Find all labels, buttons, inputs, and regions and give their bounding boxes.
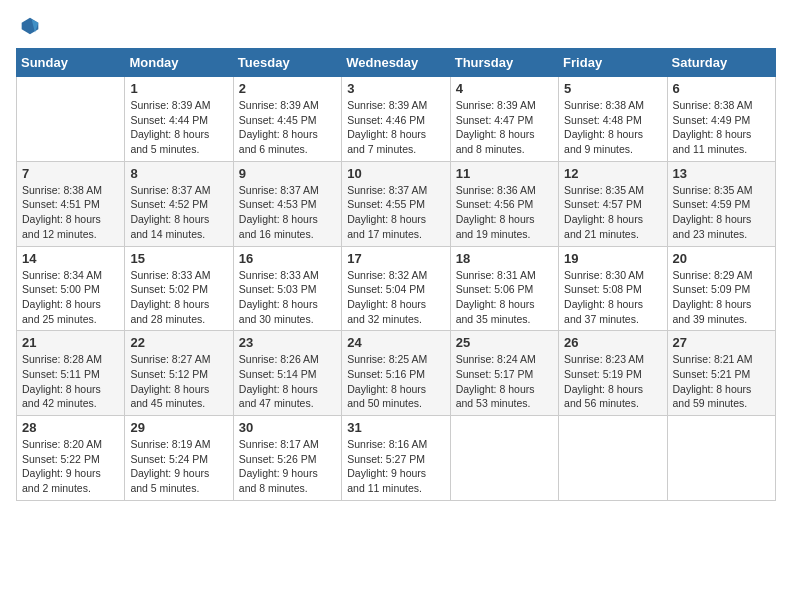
day-info: Sunrise: 8:31 AMSunset: 5:06 PMDaylight:… <box>456 268 553 327</box>
day-info: Sunrise: 8:26 AMSunset: 5:14 PMDaylight:… <box>239 352 336 411</box>
day-header-tuesday: Tuesday <box>233 49 341 77</box>
day-info: Sunrise: 8:32 AMSunset: 5:04 PMDaylight:… <box>347 268 444 327</box>
day-number: 11 <box>456 166 553 181</box>
day-info: Sunrise: 8:38 AMSunset: 4:48 PMDaylight:… <box>564 98 661 157</box>
calendar-cell: 12Sunrise: 8:35 AMSunset: 4:57 PMDayligh… <box>559 161 667 246</box>
day-info: Sunrise: 8:25 AMSunset: 5:16 PMDaylight:… <box>347 352 444 411</box>
day-info: Sunrise: 8:30 AMSunset: 5:08 PMDaylight:… <box>564 268 661 327</box>
day-number: 14 <box>22 251 119 266</box>
calendar-cell <box>450 416 558 501</box>
day-info: Sunrise: 8:39 AMSunset: 4:44 PMDaylight:… <box>130 98 227 157</box>
day-info: Sunrise: 8:37 AMSunset: 4:52 PMDaylight:… <box>130 183 227 242</box>
calendar-cell: 2Sunrise: 8:39 AMSunset: 4:45 PMDaylight… <box>233 77 341 162</box>
calendar-cell: 13Sunrise: 8:35 AMSunset: 4:59 PMDayligh… <box>667 161 775 246</box>
day-number: 26 <box>564 335 661 350</box>
day-info: Sunrise: 8:38 AMSunset: 4:49 PMDaylight:… <box>673 98 770 157</box>
calendar-cell: 1Sunrise: 8:39 AMSunset: 4:44 PMDaylight… <box>125 77 233 162</box>
calendar-week-row: 21Sunrise: 8:28 AMSunset: 5:11 PMDayligh… <box>17 331 776 416</box>
calendar-cell: 17Sunrise: 8:32 AMSunset: 5:04 PMDayligh… <box>342 246 450 331</box>
day-number: 1 <box>130 81 227 96</box>
calendar-week-row: 28Sunrise: 8:20 AMSunset: 5:22 PMDayligh… <box>17 416 776 501</box>
day-number: 23 <box>239 335 336 350</box>
day-info: Sunrise: 8:38 AMSunset: 4:51 PMDaylight:… <box>22 183 119 242</box>
calendar-cell: 31Sunrise: 8:16 AMSunset: 5:27 PMDayligh… <box>342 416 450 501</box>
day-number: 19 <box>564 251 661 266</box>
day-number: 6 <box>673 81 770 96</box>
calendar-cell: 9Sunrise: 8:37 AMSunset: 4:53 PMDaylight… <box>233 161 341 246</box>
day-number: 4 <box>456 81 553 96</box>
calendar-cell: 8Sunrise: 8:37 AMSunset: 4:52 PMDaylight… <box>125 161 233 246</box>
calendar-cell: 20Sunrise: 8:29 AMSunset: 5:09 PMDayligh… <box>667 246 775 331</box>
day-header-sunday: Sunday <box>17 49 125 77</box>
day-info: Sunrise: 8:24 AMSunset: 5:17 PMDaylight:… <box>456 352 553 411</box>
day-number: 10 <box>347 166 444 181</box>
day-number: 3 <box>347 81 444 96</box>
calendar-cell: 22Sunrise: 8:27 AMSunset: 5:12 PMDayligh… <box>125 331 233 416</box>
logo-icon <box>20 16 40 36</box>
day-info: Sunrise: 8:17 AMSunset: 5:26 PMDaylight:… <box>239 437 336 496</box>
page-header <box>16 16 776 36</box>
day-number: 28 <box>22 420 119 435</box>
calendar-cell: 23Sunrise: 8:26 AMSunset: 5:14 PMDayligh… <box>233 331 341 416</box>
day-number: 30 <box>239 420 336 435</box>
calendar-cell <box>17 77 125 162</box>
day-number: 24 <box>347 335 444 350</box>
calendar-cell: 5Sunrise: 8:38 AMSunset: 4:48 PMDaylight… <box>559 77 667 162</box>
day-header-thursday: Thursday <box>450 49 558 77</box>
day-number: 9 <box>239 166 336 181</box>
day-header-wednesday: Wednesday <box>342 49 450 77</box>
day-info: Sunrise: 8:29 AMSunset: 5:09 PMDaylight:… <box>673 268 770 327</box>
day-header-monday: Monday <box>125 49 233 77</box>
day-number: 2 <box>239 81 336 96</box>
day-header-saturday: Saturday <box>667 49 775 77</box>
calendar-cell: 16Sunrise: 8:33 AMSunset: 5:03 PMDayligh… <box>233 246 341 331</box>
calendar-week-row: 7Sunrise: 8:38 AMSunset: 4:51 PMDaylight… <box>17 161 776 246</box>
day-info: Sunrise: 8:35 AMSunset: 4:59 PMDaylight:… <box>673 183 770 242</box>
day-number: 5 <box>564 81 661 96</box>
day-number: 27 <box>673 335 770 350</box>
day-number: 8 <box>130 166 227 181</box>
day-number: 17 <box>347 251 444 266</box>
day-info: Sunrise: 8:21 AMSunset: 5:21 PMDaylight:… <box>673 352 770 411</box>
day-number: 16 <box>239 251 336 266</box>
calendar-cell: 15Sunrise: 8:33 AMSunset: 5:02 PMDayligh… <box>125 246 233 331</box>
calendar-cell: 6Sunrise: 8:38 AMSunset: 4:49 PMDaylight… <box>667 77 775 162</box>
calendar-cell <box>559 416 667 501</box>
day-number: 20 <box>673 251 770 266</box>
day-number: 29 <box>130 420 227 435</box>
day-number: 18 <box>456 251 553 266</box>
calendar-week-row: 1Sunrise: 8:39 AMSunset: 4:44 PMDaylight… <box>17 77 776 162</box>
calendar-cell: 4Sunrise: 8:39 AMSunset: 4:47 PMDaylight… <box>450 77 558 162</box>
calendar-cell: 30Sunrise: 8:17 AMSunset: 5:26 PMDayligh… <box>233 416 341 501</box>
calendar-cell: 19Sunrise: 8:30 AMSunset: 5:08 PMDayligh… <box>559 246 667 331</box>
day-number: 15 <box>130 251 227 266</box>
calendar-table: SundayMondayTuesdayWednesdayThursdayFrid… <box>16 48 776 501</box>
calendar-header-row: SundayMondayTuesdayWednesdayThursdayFrid… <box>17 49 776 77</box>
day-info: Sunrise: 8:27 AMSunset: 5:12 PMDaylight:… <box>130 352 227 411</box>
day-info: Sunrise: 8:39 AMSunset: 4:47 PMDaylight:… <box>456 98 553 157</box>
calendar-cell: 14Sunrise: 8:34 AMSunset: 5:00 PMDayligh… <box>17 246 125 331</box>
day-number: 7 <box>22 166 119 181</box>
calendar-cell: 7Sunrise: 8:38 AMSunset: 4:51 PMDaylight… <box>17 161 125 246</box>
day-info: Sunrise: 8:16 AMSunset: 5:27 PMDaylight:… <box>347 437 444 496</box>
calendar-cell: 18Sunrise: 8:31 AMSunset: 5:06 PMDayligh… <box>450 246 558 331</box>
day-info: Sunrise: 8:37 AMSunset: 4:53 PMDaylight:… <box>239 183 336 242</box>
calendar-cell: 11Sunrise: 8:36 AMSunset: 4:56 PMDayligh… <box>450 161 558 246</box>
day-number: 13 <box>673 166 770 181</box>
day-info: Sunrise: 8:33 AMSunset: 5:03 PMDaylight:… <box>239 268 336 327</box>
day-info: Sunrise: 8:33 AMSunset: 5:02 PMDaylight:… <box>130 268 227 327</box>
calendar-cell: 26Sunrise: 8:23 AMSunset: 5:19 PMDayligh… <box>559 331 667 416</box>
day-info: Sunrise: 8:35 AMSunset: 4:57 PMDaylight:… <box>564 183 661 242</box>
day-number: 25 <box>456 335 553 350</box>
calendar-cell: 29Sunrise: 8:19 AMSunset: 5:24 PMDayligh… <box>125 416 233 501</box>
calendar-cell: 27Sunrise: 8:21 AMSunset: 5:21 PMDayligh… <box>667 331 775 416</box>
calendar-cell: 10Sunrise: 8:37 AMSunset: 4:55 PMDayligh… <box>342 161 450 246</box>
calendar-cell: 28Sunrise: 8:20 AMSunset: 5:22 PMDayligh… <box>17 416 125 501</box>
calendar-week-row: 14Sunrise: 8:34 AMSunset: 5:00 PMDayligh… <box>17 246 776 331</box>
day-info: Sunrise: 8:34 AMSunset: 5:00 PMDaylight:… <box>22 268 119 327</box>
calendar-cell: 3Sunrise: 8:39 AMSunset: 4:46 PMDaylight… <box>342 77 450 162</box>
day-info: Sunrise: 8:39 AMSunset: 4:46 PMDaylight:… <box>347 98 444 157</box>
calendar-cell: 25Sunrise: 8:24 AMSunset: 5:17 PMDayligh… <box>450 331 558 416</box>
day-info: Sunrise: 8:23 AMSunset: 5:19 PMDaylight:… <box>564 352 661 411</box>
day-info: Sunrise: 8:37 AMSunset: 4:55 PMDaylight:… <box>347 183 444 242</box>
